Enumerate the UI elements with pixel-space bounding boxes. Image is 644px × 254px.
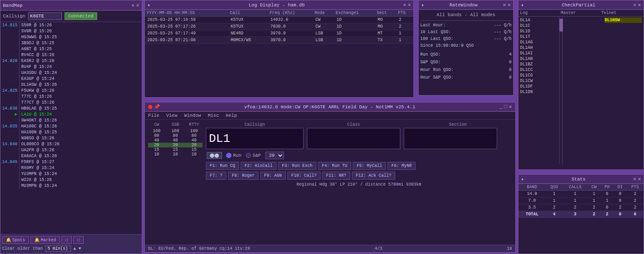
- fn11-button[interactable]: F11: NR?: [322, 172, 350, 180]
- cp-log-item[interactable]: DL1AH: [520, 45, 557, 51]
- ratewindow-window: ⬧ RateWindow ✕ ✕ All bands - All modes L…: [418, 0, 514, 96]
- menu-window[interactable]: Window: [184, 113, 201, 118]
- cw-header: CW: [148, 122, 165, 127]
- sp-radio[interactable]: [246, 153, 251, 158]
- mainwindow-minimize-icon[interactable]: _: [499, 104, 502, 110]
- stats-pin-icon[interactable]: ⬧: [521, 176, 524, 182]
- cp-master-col: [562, 17, 603, 164]
- cp-log-item[interactable]: DL1D: [520, 28, 557, 34]
- stats-row: 7.0 1 1 1 1 0 2: [518, 198, 644, 204]
- checkpartial-col-headers: Log Master Telnet: [518, 10, 644, 17]
- checkpartial-close-icon[interactable]: ✕: [638, 2, 641, 8]
- logdisplay-pin-icon[interactable]: ⬧: [147, 2, 150, 8]
- mainwindow-pin-icon[interactable]: 📌: [154, 104, 160, 110]
- ratewindow-title: RateWindow: [424, 3, 503, 8]
- freq-row: EA6ACA @ 15:26: [0, 153, 142, 159]
- fn9-button[interactable]: F9: AGN: [260, 172, 286, 180]
- checkpartial-scrollbar[interactable]: [559, 17, 562, 164]
- cp-log-item[interactable]: DL1AI: [520, 51, 557, 56]
- mainwindow-menu: File View Window Misc Help: [145, 112, 515, 120]
- ratewindow-minimize-icon[interactable]: ✕: [503, 2, 506, 8]
- minutes-input[interactable]: [45, 246, 71, 252]
- class-entry[interactable]: [307, 128, 400, 149]
- run-radio[interactable]: [226, 153, 231, 158]
- log-table: YYYY-MM-DD HH:MM:SS Call Freq (Khz) Mode…: [145, 10, 413, 44]
- run-sp-row: ⬤⬤ Run S&P 20 15 40: [206, 152, 512, 159]
- footer-mid: 4/3: [375, 246, 382, 251]
- entry-inputs-row: [206, 128, 512, 149]
- rate-stats: Run QSO: 4 S&P QSO: 0 Hour Run QSO: 0 Ho…: [420, 51, 512, 82]
- cp-log-item[interactable]: DL1CC: [520, 67, 557, 73]
- cp-log-item[interactable]: DL1DN: [520, 89, 557, 95]
- bandmap-pin-icon[interactable]: ✕: [132, 2, 135, 8]
- menu-file[interactable]: File: [148, 113, 159, 118]
- callsign-entry[interactable]: [206, 128, 304, 149]
- clear-older-label: Clear older than: [2, 246, 43, 251]
- freq-row: 14.035 HA100C @ 15:26: [0, 123, 142, 129]
- fn7-button[interactable]: F7: ?: [206, 172, 226, 180]
- ratewindow-pin-icon[interactable]: ⬧: [421, 2, 424, 8]
- checkpartial-pin-icon[interactable]: ⬧: [521, 2, 524, 8]
- stats-minimize-icon[interactable]: ✕: [633, 176, 636, 182]
- spots-button[interactable]: 🔔 Spots: [2, 236, 29, 244]
- col-call: Call: [228, 10, 268, 17]
- freq-row: YU3MPN @ 15:24: [0, 171, 142, 177]
- freq-row: UA2FR @ 15:26: [0, 147, 142, 153]
- stats-close-icon[interactable]: ✕: [638, 176, 641, 182]
- mainwindow-close-icon[interactable]: ✕: [509, 104, 512, 110]
- spin-up-icon[interactable]: ▲: [73, 246, 76, 251]
- connected-button[interactable]: Connected: [65, 12, 97, 20]
- fn3-button[interactable]: F3: Run Exch: [278, 162, 316, 170]
- log-row[interactable]: 2025-03-25 07:17:49 NE4RD 3970.0 LSB 1D …: [145, 30, 413, 37]
- logdisplay-minimize-icon[interactable]: ✕: [403, 2, 406, 8]
- cp-log-item[interactable]: DL1CG: [520, 73, 557, 78]
- spin-down-icon[interactable]: ▼: [79, 246, 81, 251]
- fn8-button[interactable]: F8: Roger: [228, 172, 259, 180]
- ratewindow-close-icon[interactable]: ✕: [508, 2, 511, 8]
- num-selector[interactable]: 20 15 40: [265, 152, 284, 159]
- menu-view[interactable]: View: [166, 113, 177, 118]
- callsign-input[interactable]: [28, 12, 62, 20]
- cp-log-item[interactable]: DL1CW: [520, 78, 557, 84]
- menu-help[interactable]: Help: [226, 113, 237, 118]
- fn5-button[interactable]: F5: MyCall: [353, 162, 386, 170]
- log-row[interactable]: 2025-03-25 07:16:58 K5TUX 14032.0 CW 1D …: [145, 17, 413, 23]
- cp-log-item[interactable]: DL1AG: [520, 40, 557, 45]
- tx-toggle[interactable]: ⬤⬤: [207, 152, 222, 159]
- filter-button-2[interactable]: □: [73, 236, 84, 244]
- filter-button-1[interactable]: □: [62, 236, 72, 244]
- cp-log-item[interactable]: DL1A: [520, 17, 557, 23]
- log-row[interactable]: 2025-03-25 07:21:08 M0MCX/W5 3970.0 LSB …: [145, 37, 413, 44]
- marked-button[interactable]: 🔔 Marked: [31, 236, 60, 244]
- field-labels-row: Callsign Class Section: [206, 122, 512, 127]
- mainwindow-maximize-icon[interactable]: □: [504, 104, 507, 110]
- cp-telnet-item-highlighted[interactable]: DL1HSW: [605, 17, 642, 23]
- fn4-button[interactable]: F4: Run TU: [318, 162, 351, 170]
- cp-log-item[interactable]: DL1C: [520, 23, 557, 28]
- rate-since-row: Since 15:00:00z:0 QSO: [420, 42, 512, 49]
- cp-log-col: DL1A DL1C DL1D DL1T DL1AG DL1AH DL1AI DL…: [518, 17, 559, 164]
- section-entry[interactable]: [404, 128, 497, 149]
- col-freq: Freq (Khz): [268, 10, 313, 17]
- checkpartial-minimize-icon[interactable]: ✕: [633, 2, 636, 8]
- fn1-button[interactable]: F1: Run CQ: [206, 162, 239, 170]
- cp-log-item[interactable]: DL1AN: [520, 56, 557, 62]
- freq-row: 14.015 S50R @ 15:26: [0, 22, 142, 28]
- row-20-active: 20 20 20: [148, 143, 202, 147]
- fn10-button[interactable]: F10: Call?: [287, 172, 321, 180]
- cp-log-item[interactable]: DL1BZ: [520, 62, 557, 67]
- freq-row: 14.045 F5RFS @ 15:27: [0, 159, 142, 165]
- fn2-button[interactable]: F2: HisCall: [241, 162, 276, 170]
- menu-misc[interactable]: Misc: [208, 113, 219, 118]
- checkpartial-window: ⬧ CheckPartial ✕ ✕ Log Master Telnet DL1…: [518, 0, 644, 170]
- fn12-button[interactable]: F12: Ack Call?: [352, 172, 395, 180]
- log-row[interactable]: 2025-03-25 07:17:26 K5TUX 7030.0 CW 1D M…: [145, 23, 413, 30]
- rate-100-qso-row: 100 Last QSO: --- Q/h: [420, 36, 512, 42]
- fn6-button[interactable]: F6: MyNR: [388, 162, 416, 170]
- cp-log-item[interactable]: DL1T: [520, 34, 557, 40]
- cp-log-item[interactable]: DL1DF: [520, 84, 557, 89]
- bandmap-close-icon[interactable]: ✕: [136, 2, 139, 8]
- rate-last-hour-row: Last Hour: --- Q/h: [420, 22, 512, 29]
- sp-qso-row: S&P QSO: 0: [420, 59, 512, 66]
- logdisplay-close-icon[interactable]: ✕: [408, 2, 411, 8]
